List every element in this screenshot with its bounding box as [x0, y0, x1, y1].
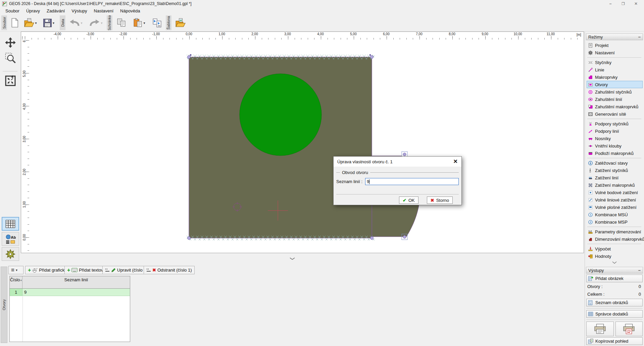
sidebar-item-makroprvky[interactable]: Makroprvky — [587, 73, 643, 81]
column-header-cislo[interactable]: Číslo — [10, 276, 22, 288]
addon-manager-button[interactable]: Správce dodatků — [586, 310, 643, 318]
add-graphically-button[interactable]: Přidat graficky — [25, 266, 69, 274]
slab-drawing[interactable] — [21, 40, 584, 253]
sidebar-item-zahusteni-linii[interactable]: Zahuštění linií — [587, 96, 643, 103]
sidebar-item-linie[interactable]: Linie — [587, 66, 643, 73]
redo-button[interactable]: ▾ — [88, 15, 104, 30]
line-list-input[interactable]: 9 — [365, 178, 459, 185]
picture-list-button[interactable]: Seznam obrázků — [586, 299, 643, 306]
sidebar-item-vnitrni-klouby[interactable]: Vnitřní klouby — [587, 142, 643, 150]
sidebar-item-zatizeni-makroprvku[interactable]: Zatížení makroprvků — [587, 181, 643, 189]
list-menu-button[interactable]: ▾ — [8, 266, 23, 274]
print-document-button[interactable] — [615, 322, 643, 336]
save-dropdown-icon[interactable]: ▾ — [53, 21, 54, 25]
count-row-otvory: Otvory : 0 — [586, 282, 643, 290]
mesh-generation-icon — [588, 112, 593, 117]
open-dropdown-icon[interactable]: ▾ — [35, 21, 37, 25]
menu-napoveda[interactable]: Nápověda — [117, 8, 143, 14]
pan-tool-button[interactable] — [5, 37, 16, 50]
sidebar-item-vypocet[interactable]: Výpočet — [587, 245, 643, 252]
column-header-seznam-linii[interactable]: Seznam linií — [22, 276, 130, 288]
sidebar-item-dimenzovani-makroprvku[interactable]: Dimenzování makroprvků — [587, 235, 643, 243]
joint-supports-icon — [588, 121, 593, 126]
sidebar-item-stycniky[interactable]: Styčníky — [587, 59, 643, 66]
table-row[interactable]: 1 9 — [10, 289, 130, 296]
minimize-icon[interactable] — [604, 1, 616, 7]
sidebar-item-kombinace-msp[interactable]: 2Kombinace MSP — [587, 218, 643, 226]
sidebar-item-projekt[interactable]: Projekt — [587, 42, 643, 49]
sidebar-item-nosniky[interactable]: Nosníky — [587, 135, 643, 142]
splitter-chevron-icon — [289, 257, 295, 260]
ok-button[interactable]: OK — [399, 196, 418, 204]
tool-separator — [3, 71, 17, 71]
modes-panel-header[interactable]: Režimy — [586, 34, 643, 40]
sidebar-item-otvory[interactable]: Otvory — [587, 81, 643, 88]
sidebar-item-podpory-stycniku[interactable]: Podpory styčníků — [587, 120, 643, 127]
sidebar-item-zahusteni-stycniku[interactable]: Zahuštění styčníků — [587, 88, 643, 96]
new-file-button[interactable] — [9, 15, 21, 30]
sidebar-item-hodnoty[interactable]: Hodnoty — [587, 252, 643, 260]
redo-dropdown-icon[interactable]: ▾ — [101, 21, 102, 25]
ruler-label: 5,00 — [350, 32, 356, 36]
table-view-button[interactable] — [2, 217, 19, 231]
opening-circle[interactable] — [240, 74, 321, 156]
app-logo-icon — [2, 1, 7, 6]
add-textually-button[interactable]: Přidat textově — [64, 266, 108, 274]
menu-zadavani[interactable]: Zadávání — [43, 8, 68, 14]
canvas-bottom-splitter[interactable] — [21, 253, 584, 265]
dialog-title-bar[interactable]: Úprava vlastností otvoru č. 1 — [334, 157, 461, 167]
copy-view-button[interactable]: 1 Kopírovat pohled — [586, 337, 643, 345]
sidebar-item-zatizeni-linii[interactable]: Zatížení linií — [587, 174, 643, 181]
remove-item-button[interactable]: Odstranit (číslo 1) — [144, 266, 195, 274]
sidebar-item-generovani-site[interactable]: Generování sítě — [587, 110, 643, 118]
modes-separator — [587, 119, 641, 119]
sidebar-item-volne-liniove-zatizeni[interactable]: Volné liniové zatížení — [587, 196, 643, 204]
edit-item-button[interactable]: Upravit (číslo 1) — [102, 266, 150, 274]
maximize-icon[interactable] — [617, 1, 629, 7]
lines-icon — [588, 67, 593, 72]
sidebar-item-volne-bodove-zatizeni[interactable]: Volné bodové zatížení — [587, 189, 643, 196]
display-settings-button[interactable]: Ab — [2, 232, 19, 246]
sidebar-item-podlozi-makroprvku[interactable]: Podloží makroprvků — [587, 150, 643, 157]
modes-expander[interactable] — [587, 260, 641, 265]
ruler-label: 11,00 — [547, 32, 555, 36]
sidebar-item-zahusteni-makroprvku[interactable]: Zahuštění makroprvků — [587, 103, 643, 110]
macroelement-refinement-icon — [588, 104, 593, 109]
sidebar-item-nastaveni[interactable]: Nastavení — [587, 49, 643, 56]
ruler-label: 0,00 — [186, 32, 192, 36]
sidebar-item-volne-plosne-zatizeni[interactable]: Volné plošné zatížení — [587, 204, 643, 211]
sidebar-item-parametry-dimenzovani[interactable]: 1,2Parametry dimenzování — [587, 228, 643, 235]
paste-button[interactable]: ▾ — [130, 15, 148, 30]
add-picture-button[interactable]: Přidat obrázek — [586, 275, 643, 282]
sidebar-item-podpory-linii[interactable]: Podpory linií — [587, 127, 643, 135]
toolbar-group-soubor: Soubor — [1, 15, 7, 30]
application-window: GEO5 2026 - Deska (64 bit) [C:\Users\Use… — [0, 0, 644, 346]
zoom-tool-button[interactable] — [5, 52, 16, 65]
sidebar-item-zatezovaci-stavy[interactable]: Zatěžovací stavy — [587, 159, 643, 167]
undo-dropdown-icon[interactable]: ▾ — [81, 21, 82, 25]
view-options-button[interactable] — [2, 247, 19, 261]
cancel-button[interactable]: Storno — [427, 196, 453, 204]
dialog-separator — [336, 194, 459, 194]
close-icon[interactable] — [630, 1, 642, 7]
ruler-label: 7,00 — [416, 32, 422, 36]
open-template-button[interactable] — [173, 15, 188, 30]
compare-documents-button[interactable] — [150, 15, 164, 30]
menu-soubor[interactable]: Soubor — [2, 8, 23, 14]
fit-view-button[interactable] — [5, 75, 16, 88]
paste-dropdown-icon[interactable]: ▾ — [143, 21, 145, 25]
title-bar: GEO5 2026 - Deska (64 bit) [C:\Users\Use… — [0, 0, 644, 7]
menu-nastaveni[interactable]: Nastavení — [91, 8, 117, 14]
tab-otvory-vertical[interactable]: Otvory — [1, 267, 7, 343]
undo-button[interactable]: ▾ — [68, 15, 84, 30]
copy-button[interactable] — [115, 15, 128, 30]
sidebar-item-kombinace-msu[interactable]: 1Kombinace MSÚ — [587, 211, 643, 218]
print-view-button[interactable] — [586, 322, 614, 336]
count-value: 0 — [639, 292, 641, 297]
dialog-close-icon[interactable] — [453, 159, 458, 164]
save-button[interactable]: ▾ — [40, 15, 57, 30]
outputs-panel-header[interactable]: Výstupy — [586, 267, 643, 274]
menu-vystupy[interactable]: Výstupy — [68, 8, 90, 14]
sidebar-item-zatizeni-stycniku[interactable]: Zatížení styčníků — [587, 167, 643, 174]
svg-text:1: 1 — [591, 339, 592, 342]
